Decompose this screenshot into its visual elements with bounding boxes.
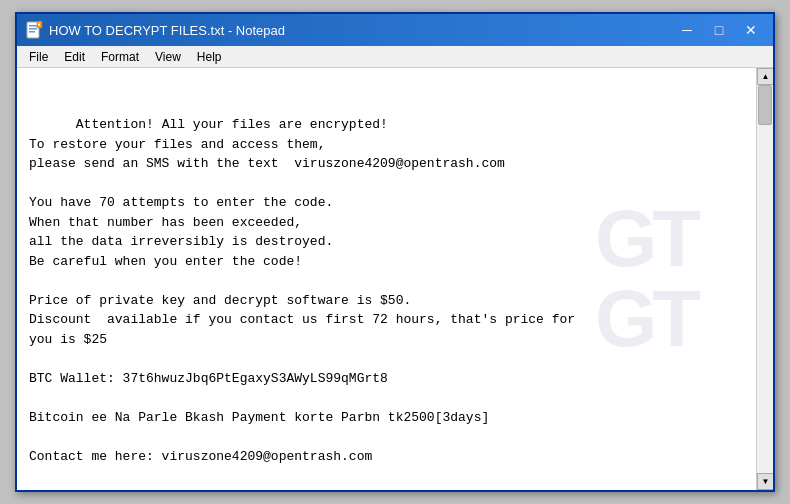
scroll-thumb[interactable] <box>758 85 772 125</box>
svg-rect-2 <box>29 28 37 30</box>
maximize-button[interactable]: □ <box>705 19 733 41</box>
window-controls: ─ □ ✕ <box>673 19 765 41</box>
title-bar: HOW TO DECRYPT FILES.txt - Notepad ─ □ ✕ <box>17 14 773 46</box>
minimize-button[interactable]: ─ <box>673 19 701 41</box>
menu-help[interactable]: Help <box>189 48 230 66</box>
text-editor[interactable]: GTGT Attention! All your files are encry… <box>17 68 756 490</box>
svg-rect-1 <box>29 25 37 27</box>
vertical-scrollbar[interactable]: ▲ ▼ <box>756 68 773 490</box>
scroll-up-button[interactable]: ▲ <box>757 68 773 85</box>
editor-area: GTGT Attention! All your files are encry… <box>17 68 773 490</box>
editor-text: Attention! All your files are encrypted!… <box>29 117 575 464</box>
menu-view[interactable]: View <box>147 48 189 66</box>
menu-bar: File Edit Format View Help <box>17 46 773 68</box>
window-title: HOW TO DECRYPT FILES.txt - Notepad <box>49 23 667 38</box>
menu-format[interactable]: Format <box>93 48 147 66</box>
scroll-down-button[interactable]: ▼ <box>757 473 773 490</box>
menu-file[interactable]: File <box>21 48 56 66</box>
svg-rect-3 <box>29 31 35 33</box>
watermark: GTGT <box>595 199 696 359</box>
menu-edit[interactable]: Edit <box>56 48 93 66</box>
notepad-window: HOW TO DECRYPT FILES.txt - Notepad ─ □ ✕… <box>15 12 775 492</box>
scroll-track[interactable] <box>757 85 773 473</box>
close-button[interactable]: ✕ <box>737 19 765 41</box>
notepad-app-icon <box>25 21 43 39</box>
